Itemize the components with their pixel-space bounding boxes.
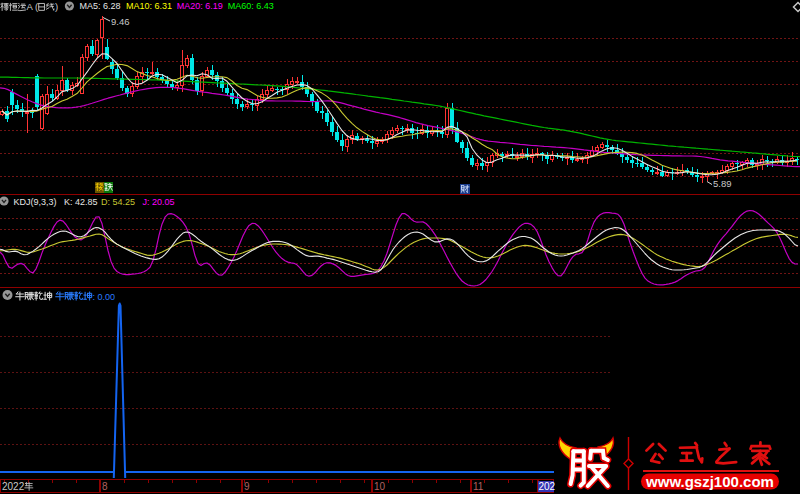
svg-text:9: 9: [244, 481, 250, 492]
svg-text:): ): [55, 1, 58, 12]
svg-text:J: 20.05: J: 20.05: [143, 197, 175, 207]
svg-text:10: 10: [374, 481, 386, 492]
svg-text:MA60: 6.43: MA60: 6.43: [228, 1, 274, 11]
svg-text:9.46: 9.46: [111, 16, 130, 27]
svg-text:8: 8: [102, 481, 108, 492]
svg-text:KDJ(9,3,3): KDJ(9,3,3): [14, 197, 57, 207]
svg-text:5.89: 5.89: [713, 178, 732, 189]
svg-text:MA20: 6.19: MA20: 6.19: [177, 1, 223, 11]
svg-text:: 0.00: : 0.00: [93, 292, 116, 302]
svg-text:202: 202: [539, 481, 556, 492]
svg-text:11: 11: [473, 481, 484, 492]
svg-text:MA5: 6.28: MA5: 6.28: [80, 1, 121, 11]
svg-text:MA10: 6.31: MA10: 6.31: [126, 1, 172, 11]
svg-text:www.gszj100.com: www.gszj100.com: [645, 473, 774, 490]
svg-text:D: 54.25: D: 54.25: [101, 197, 135, 207]
svg-text:2022: 2022: [2, 481, 25, 492]
svg-text:A (: A (: [27, 1, 39, 12]
svg-text:K: 42.85: K: 42.85: [64, 197, 98, 207]
